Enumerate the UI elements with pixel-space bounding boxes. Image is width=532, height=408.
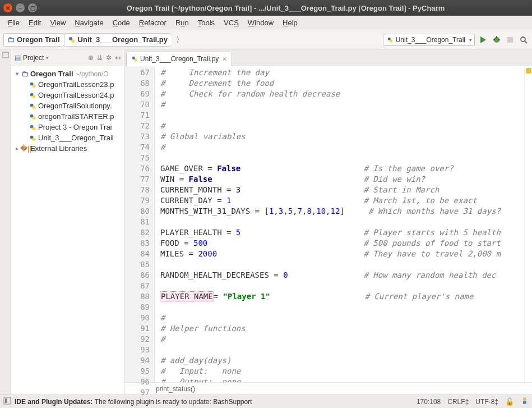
tree-file[interactable]: oregonTrailSTARTER.p: [11, 111, 124, 122]
python-file-icon: [131, 56, 138, 62]
svg-point-14: [32, 85, 35, 88]
tree-root[interactable]: ▾ 🗀 Oregon Trail ~/python/O: [11, 68, 124, 79]
svg-rect-30: [523, 401, 526, 404]
editor-error-stripe[interactable]: [524, 66, 532, 382]
line-separator[interactable]: CRLF‡: [447, 398, 469, 406]
menu-refactor[interactable]: Refactor: [135, 17, 171, 28]
navbar: 🗀 Oregon Trail Unit_3___Oregon_Trail.py …: [0, 30, 532, 49]
menu-edit[interactable]: Edit: [24, 17, 45, 28]
window-close-icon[interactable]: ✕: [3, 3, 12, 12]
svg-rect-28: [5, 398, 7, 403]
svg-rect-9: [507, 37, 513, 43]
editor-breadcrumb[interactable]: print_status(): [124, 382, 532, 395]
tree-file-label: OregonTrailLesson23.p: [38, 80, 114, 89]
menu-run[interactable]: Run: [171, 17, 193, 28]
editor-tabbar: Unit_3___Oregon_Trail.py ✕: [124, 49, 532, 66]
main-split: ▤ Project ▾ ⊕ ⇊ ✲ ↤ ▾ 🗀 Oregon Trail ~/p…: [0, 49, 532, 395]
svg-point-10: [521, 37, 525, 42]
tree-file[interactable]: Unit_3___Oregon_Trail: [11, 132, 124, 143]
hector-icon[interactable]: [521, 397, 529, 406]
svg-point-1: [71, 39, 75, 43]
run-button[interactable]: [478, 35, 488, 45]
window-maximize-icon[interactable]: ▢: [28, 3, 37, 12]
stop-button: [505, 35, 515, 45]
status-message[interactable]: IDE and Plugin Updates: The following pl…: [15, 398, 417, 406]
editor-breadcrumb-label: print_status(): [156, 385, 195, 393]
line-gutter: 6768697071727374757677787980818283848586…: [124, 66, 155, 382]
collapse-all-icon[interactable]: ⇊: [97, 54, 103, 62]
tree-file[interactable]: OregonTrailSolutionpy.: [11, 100, 124, 111]
tree-file-label: Project 3 - Oregon Trai: [38, 123, 112, 131]
svg-point-20: [32, 117, 35, 120]
breadcrumb-file-label: Unit_3___Oregon_Trail.py: [78, 35, 168, 44]
chevron-down-icon[interactable]: ▾: [46, 55, 49, 61]
svg-point-22: [32, 127, 35, 131]
svg-point-29: [523, 397, 526, 401]
run-config-selector[interactable]: Unit_3___Oregon_Trail: [383, 34, 475, 46]
tree-file-label: OregonTrailLesson24.p: [38, 91, 114, 99]
hide-tool-icon[interactable]: ↤: [115, 54, 121, 62]
menu-tools[interactable]: Tools: [193, 17, 219, 28]
python-file-icon: [28, 91, 37, 99]
svg-point-3: [390, 39, 392, 42]
svg-line-11: [525, 41, 527, 43]
menu-code[interactable]: Code: [108, 17, 135, 28]
svg-marker-4: [480, 36, 486, 43]
debug-button[interactable]: [492, 35, 502, 45]
tree-file[interactable]: OregonTrailLesson24.p: [11, 90, 124, 100]
readonly-lock-icon[interactable]: 🔓: [505, 397, 514, 406]
scroll-from-source-icon[interactable]: ⊕: [88, 54, 94, 62]
tree-external-libs[interactable]: ▸ �||⎘ External Libraries: [11, 143, 124, 154]
breadcrumb-root-label: Oregon Trail: [17, 35, 60, 44]
python-file-icon: [68, 35, 76, 44]
menu-window[interactable]: Window: [243, 17, 278, 28]
tree-file[interactable]: Project 3 - Oregon Trai: [11, 122, 124, 132]
menu-vcs[interactable]: VCS: [219, 17, 243, 28]
python-file-icon: [28, 102, 37, 110]
tool-strip-icon[interactable]: [2, 52, 9, 58]
tree-external-libs-label: External Libraries: [30, 144, 87, 153]
tree-file-label: Unit_3___Oregon_Trail: [38, 134, 114, 142]
titlebar: ✕ – ▢ Oregon Trail [~/python/Oregon Trai…: [0, 0, 532, 16]
menubar: File Edit View Navigate Code Refactor Ru…: [0, 16, 532, 30]
tree-file[interactable]: OregonTrailLesson23.p: [11, 79, 124, 90]
search-everywhere-button[interactable]: [519, 35, 529, 45]
caret-position[interactable]: 170:108: [417, 398, 441, 406]
menu-navigate[interactable]: Navigate: [70, 17, 108, 28]
close-icon[interactable]: ✕: [222, 56, 227, 63]
settings-gear-icon[interactable]: ✲: [106, 54, 112, 62]
editor-tab[interactable]: Unit_3___Oregon_Trail.py ✕: [126, 52, 232, 66]
tree-file-label: oregonTrailSTARTER.p: [38, 112, 114, 121]
left-tool-strip: [0, 49, 11, 395]
code-content[interactable]: # Increment the day# Decrement the food#…: [155, 66, 524, 382]
window-minimize-icon[interactable]: –: [16, 3, 25, 12]
breadcrumb-root[interactable]: 🗀 Oregon Trail: [3, 33, 66, 47]
tree-expand-icon[interactable]: ▾: [13, 71, 20, 77]
project-tool-header: ▤ Project ▾ ⊕ ⇊ ✲ ↤: [11, 49, 124, 66]
breadcrumb: 🗀 Oregon Trail Unit_3___Oregon_Trail.py …: [3, 33, 383, 47]
file-encoding[interactable]: UTF-8‡: [475, 398, 498, 406]
tree-file-label: OregonTrailSolutionpy.: [38, 102, 112, 110]
window-title: Oregon Trail [~/python/Oregon Trail] - .…: [43, 4, 529, 12]
tree-root-label: Oregon Trail: [30, 70, 73, 78]
svg-point-16: [32, 95, 35, 99]
svg-rect-12: [3, 52, 8, 58]
project-tree[interactable]: ▾ 🗀 Oregon Trail ~/python/O OregonTrailL…: [11, 66, 124, 395]
status-icon[interactable]: [3, 397, 11, 406]
tree-expand-icon[interactable]: ▸: [13, 145, 20, 152]
breadcrumb-file[interactable]: Unit_3___Oregon_Trail.py: [64, 33, 174, 47]
tree-root-path: ~/python/O: [76, 70, 109, 78]
project-tool-title: Project: [23, 54, 44, 62]
run-config-label: Unit_3___Oregon_Trail: [396, 36, 465, 44]
menu-file[interactable]: File: [3, 17, 24, 28]
menu-help[interactable]: Help: [278, 17, 302, 28]
statusbar: IDE and Plugin Updates: The following pl…: [0, 395, 532, 408]
external-libs-icon: �||⎘: [20, 144, 29, 153]
python-file-icon: [28, 123, 37, 131]
warning-marker-icon[interactable]: [526, 68, 531, 74]
python-file-icon: [28, 134, 37, 142]
svg-rect-27: [4, 397, 11, 404]
menu-view[interactable]: View: [45, 17, 70, 28]
code-editor[interactable]: 6768697071727374757677787980818283848586…: [124, 66, 532, 382]
project-icon: ▤: [15, 54, 21, 62]
